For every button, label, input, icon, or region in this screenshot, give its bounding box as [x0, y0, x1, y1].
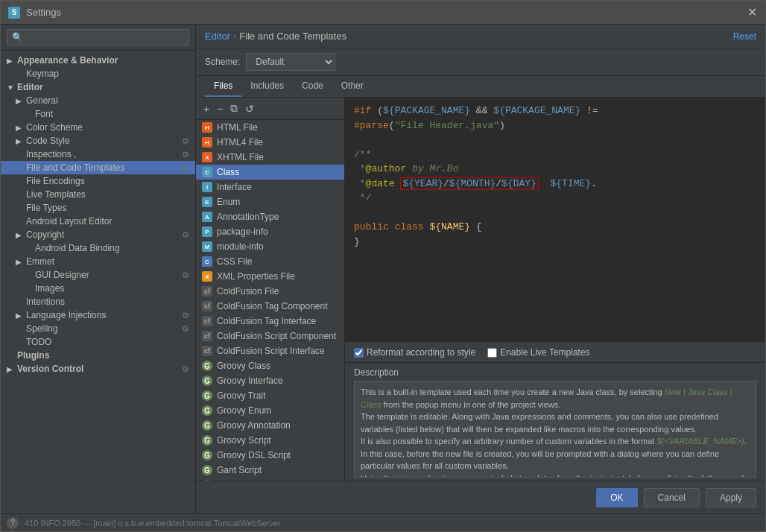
- sidebar-item-emmet[interactable]: ▶ Emmet: [1, 255, 195, 268]
- main-content: ▶ Appearance & Behavior Keymap ▼ Editor …: [1, 25, 765, 513]
- file-item-css[interactable]: C CSS File: [196, 254, 344, 269]
- sidebar-item-copyright[interactable]: ▶ Copyright ⚙: [1, 228, 195, 241]
- sidebar-item-images[interactable]: Images: [1, 282, 195, 295]
- file-item-html4[interactable]: H HTML4 File: [196, 135, 344, 150]
- sidebar-item-editor[interactable]: ▼ Editor: [1, 80, 195, 94]
- groovy-script-icon: G: [202, 435, 212, 446]
- sidebar-item-appearance[interactable]: ▶ Appearance & Behavior: [1, 54, 195, 67]
- file-item-package-info[interactable]: P package-info: [196, 224, 344, 239]
- sidebar-item-gui-designer[interactable]: GUI Designer ⚙: [1, 268, 195, 282]
- file-item-gant[interactable]: G Gant Script: [196, 463, 344, 478]
- file-item-groovy-annotation[interactable]: G Groovy Annotation: [196, 418, 344, 433]
- reset-template-button[interactable]: ↺: [244, 101, 256, 116]
- sidebar-item-file-encodings[interactable]: File Encodings: [1, 174, 195, 188]
- file-item-label: Gant Script: [217, 465, 262, 475]
- file-item-label: Groovy Interface: [217, 376, 283, 386]
- enum-file-icon: E: [202, 197, 212, 207]
- sidebar-item-plugins[interactable]: Plugins: [1, 349, 195, 362]
- sidebar-item-intentions[interactable]: Intentions: [1, 295, 195, 308]
- tab-files[interactable]: Files: [205, 76, 241, 97]
- file-item-class[interactable]: C Class: [196, 165, 344, 180]
- file-item-cf-tag-iface[interactable]: cf ColdFusion Tag Interface: [196, 314, 344, 329]
- sidebar-label: Intentions: [26, 297, 189, 307]
- file-item-module-info[interactable]: M module-info: [196, 239, 344, 254]
- file-item-xhtml[interactable]: X XHTML File: [196, 150, 344, 165]
- sidebar-item-live-templates[interactable]: Live Templates: [1, 188, 195, 201]
- sidebar-item-todo[interactable]: TODO: [1, 335, 195, 349]
- file-item-interface[interactable]: I Interface: [196, 180, 344, 194]
- scheme-bar: Scheme: Default Project: [196, 48, 765, 76]
- tabs-bar: Files Includes Code Other: [196, 76, 765, 98]
- remove-button[interactable]: −: [215, 101, 224, 116]
- scheme-select[interactable]: Default Project: [246, 53, 335, 71]
- code-editor[interactable]: #if (${PACKAGE_NAME} && ${PACKAGE_NAME} …: [345, 98, 765, 342]
- live-templates-label: Enable Live Templates: [500, 347, 590, 358]
- help-icon[interactable]: ?: [7, 517, 19, 529]
- gear-icon: ⚙: [182, 311, 189, 320]
- code-line: *@date ${YEAR}/${MONTH}/${DAY} ${TIME}.: [354, 177, 756, 191]
- ok-button[interactable]: OK: [596, 488, 637, 507]
- tab-code[interactable]: Code: [293, 76, 332, 97]
- apply-button[interactable]: Apply: [706, 488, 756, 507]
- sidebar-label: Android Layout Editor: [26, 216, 189, 227]
- sidebar-item-language-injections[interactable]: ▶ Language Injections ⚙: [1, 308, 195, 322]
- arrow-icon: ▼: [7, 83, 16, 92]
- sidebar-item-file-code-templates[interactable]: File and Code Templates ⚙: [1, 161, 195, 174]
- file-item-cf-script-iface[interactable]: cf ColdFusion Script Interface: [196, 343, 344, 358]
- live-templates-checkbox[interactable]: Enable Live Templates: [487, 347, 590, 358]
- css-file-icon: C: [202, 256, 212, 267]
- sidebar-item-android-data[interactable]: Android Data Binding: [1, 241, 195, 255]
- file-item-groovy-script[interactable]: G Groovy Script: [196, 433, 344, 448]
- cancel-button[interactable]: Cancel: [644, 488, 700, 507]
- file-item-groovy-trait[interactable]: G Groovy Trait: [196, 388, 344, 403]
- settings-tree: ▶ Appearance & Behavior Keymap ▼ Editor …: [1, 51, 195, 513]
- sidebar-item-android-layout[interactable]: Android Layout Editor: [1, 215, 195, 228]
- app-icon: S: [8, 7, 20, 19]
- tab-other[interactable]: Other: [332, 76, 373, 97]
- file-item-coldfusion[interactable]: cf ColdFusion File: [196, 284, 344, 299]
- breadcrumb-editor[interactable]: Editor: [205, 31, 230, 42]
- sidebar-item-font[interactable]: Font: [1, 107, 195, 121]
- file-list: H HTML File H HTML4 File X XHTML File: [196, 120, 344, 481]
- html4-file-icon: H: [202, 137, 212, 148]
- html-file-icon: H: [202, 122, 212, 133]
- sidebar-item-code-style[interactable]: ▶ Code Style ⚙: [1, 134, 195, 148]
- reformat-checkbox-input[interactable]: [354, 348, 364, 358]
- file-item-xml-props[interactable]: X XML Properties File: [196, 269, 344, 284]
- close-button[interactable]: ✕: [746, 7, 758, 19]
- gear-icon: ⚙: [182, 324, 189, 334]
- file-list-panel: + − ⧉ ↺ H HTML File H HTML4 File: [196, 98, 345, 481]
- window-title: Settings: [26, 7, 61, 18]
- sidebar-item-file-types[interactable]: File Types: [1, 201, 195, 215]
- copy-button[interactable]: ⧉: [229, 101, 239, 116]
- file-item-cf-script-comp[interactable]: cf ColdFusion Script Component: [196, 329, 344, 343]
- sidebar-item-spelling[interactable]: Spelling ⚙: [1, 322, 195, 335]
- file-item-groovy-class[interactable]: G Groovy Class: [196, 358, 344, 373]
- sidebar-item-general[interactable]: ▶ General: [1, 94, 195, 107]
- code-line: #parse("File Header.java"): [354, 118, 756, 133]
- sidebar-item-inspections[interactable]: Inspections , ⚙: [1, 148, 195, 161]
- search-bar[interactable]: [1, 25, 195, 51]
- live-templates-checkbox-input[interactable]: [487, 348, 497, 358]
- tab-includes[interactable]: Includes: [241, 76, 293, 97]
- add-button[interactable]: +: [202, 101, 211, 116]
- file-item-label: ColdFusion File: [217, 286, 279, 297]
- sidebar-item-color-scheme[interactable]: ▶ Color Scheme: [1, 121, 195, 134]
- sidebar-item-version-control[interactable]: ▶ Version Control ⚙: [1, 362, 195, 376]
- reset-button[interactable]: Reset: [733, 31, 756, 42]
- sidebar-item-keymap[interactable]: Keymap: [1, 67, 195, 80]
- sidebar-label: Keymap: [26, 69, 189, 79]
- file-item-annotationtype[interactable]: A AnnotationType: [196, 209, 344, 224]
- file-item-groovy-dsl[interactable]: G Groovy DSL Script: [196, 448, 344, 463]
- search-input[interactable]: [7, 29, 189, 45]
- gear-icon: ⚙: [182, 270, 189, 280]
- file-item-groovy-enum[interactable]: G Groovy Enum: [196, 403, 344, 418]
- gear-icon: ⚙: [182, 230, 189, 240]
- file-item-html[interactable]: H HTML File: [196, 120, 344, 135]
- reformat-checkbox[interactable]: Reformat according to style: [354, 347, 475, 358]
- file-item-enum[interactable]: E Enum: [196, 194, 344, 209]
- arrow-icon: ▶: [7, 57, 16, 65]
- file-item-groovy-interface[interactable]: G Groovy Interface: [196, 373, 344, 388]
- breadcrumb-sep: ›: [233, 31, 236, 42]
- file-item-cf-tag-comp[interactable]: cf ColdFusion Tag Component: [196, 299, 344, 314]
